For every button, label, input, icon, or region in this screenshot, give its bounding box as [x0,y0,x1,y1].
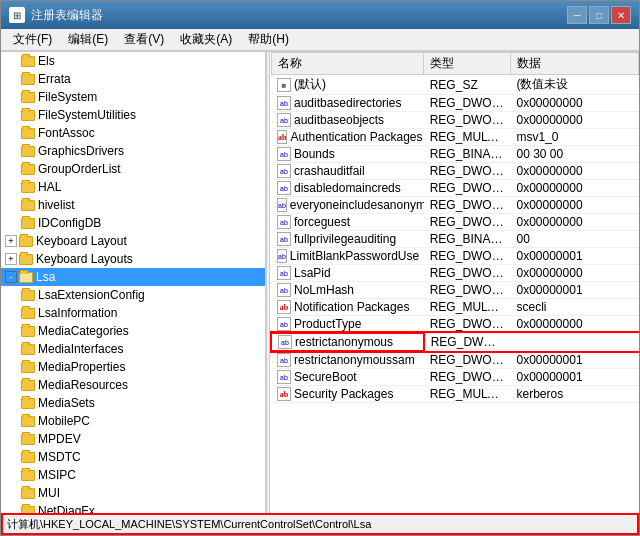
title-bar-left: ⊞ 注册表编辑器 [9,7,103,24]
cell-type: REG_DWORD [424,248,511,265]
table-row[interactable]: abeveryoneincludesanonymousREG_DWORD0x00… [271,197,639,214]
right-panel: 名称 类型 数据 ■(默认)REG_SZ(数值未设abauditbasedire… [270,52,639,513]
table-row[interactable]: abauditbasedirectoriesREG_DWORD0x0000000… [271,95,639,112]
folder-icon [21,416,35,427]
folder-icon [21,326,35,337]
cell-name: abBounds [271,146,424,163]
tree-item-keyboard-layout[interactable]: + Keyboard Layout [1,232,265,250]
tree-item-mediaproperties[interactable]: MediaProperties [1,358,265,376]
col-header-data: 数据 [510,53,638,75]
folder-icon [21,146,35,157]
maximize-button[interactable]: □ [589,6,609,24]
cell-data: 0x00000001 [510,351,638,369]
tree-item-mpdev[interactable]: MPDEV [1,430,265,448]
table-row[interactable]: abNoLmHashREG_DWORD0x00000001 [271,282,639,299]
tree-item-filesystemutilities[interactable]: FileSystemUtilities [1,106,265,124]
table-row[interactable]: abSecurity PackagesREG_MULTI_SZkerberos [271,386,639,403]
menu-file[interactable]: 文件(F) [5,29,60,50]
main-content: Els Errata FileSystem FileSystemUtilitie… [1,51,639,513]
tree-item-lsainformation[interactable]: LsaInformation [1,304,265,322]
table-row[interactable]: abProductTypeREG_DWORD0x00000000 [271,316,639,334]
cell-type: REG_DWORD [424,180,511,197]
table-row[interactable]: abfullprivilegeauditingREG_BINARY00 [271,231,639,248]
table-row[interactable]: ■(默认)REG_SZ(数值未设 [271,75,639,95]
cell-data: 0x00000000 [510,95,638,112]
tree-item-msipc[interactable]: MSIPC [1,466,265,484]
table-row[interactable]: abSecureBootREG_DWORD0x00000001 [271,369,639,386]
tree-item-filesystem[interactable]: FileSystem [1,88,265,106]
expand-icon[interactable]: - [5,271,17,283]
table-row[interactable]: abBoundsREG_BINARY00 30 00 [271,146,639,163]
cell-type: REG_MULTI_SZ [424,299,511,316]
cell-type: REG_DWORD [424,112,511,129]
cell-data: kerberos [510,386,638,403]
cell-data: 0x00000000 [510,163,638,180]
table-row[interactable]: abauditbaseobjectsREG_DWORD0x00000000 [271,112,639,129]
table-row[interactable]: abforceguestREG_DWORD0x00000000 [271,214,639,231]
tree-item-msdtc[interactable]: MSDTC [1,448,265,466]
tree-item-els[interactable]: Els [1,52,265,70]
table-row[interactable]: abrestrictanonymoussamREG_DWORD0x0000000… [271,351,639,369]
folder-icon [21,218,35,229]
cell-name: abfullprivilegeauditing [271,231,424,248]
left-tree-panel[interactable]: Els Errata FileSystem FileSystemUtilitie… [1,52,266,513]
cell-data: 0x00000000 [510,197,638,214]
close-button[interactable]: ✕ [611,6,631,24]
cell-data: msv1_0 [510,129,638,146]
tree-item-idconfigdb[interactable]: IDConfigDB [1,214,265,232]
tree-item-lsaextensionconfig[interactable]: LsaExtensionConfig [1,286,265,304]
expand-icon[interactable]: + [5,235,17,247]
folder-icon [19,236,33,247]
cell-data: scecli [510,299,638,316]
cell-type: REG_DWORD [424,333,511,351]
cell-data: (数值未设 [510,75,638,95]
tree-item-mui[interactable]: MUI [1,484,265,502]
table-row[interactable]: abLimitBlankPasswordUseREG_DWORD0x000000… [271,248,639,265]
registry-table-scroll[interactable]: 名称 类型 数据 ■(默认)REG_SZ(数值未设abauditbasedire… [270,52,639,513]
cell-type: REG_DWORD [424,316,511,334]
folder-icon [21,182,35,193]
folder-icon [21,380,35,391]
cell-type: REG_DWORD [424,369,511,386]
tree-item-lsa[interactable]: - Lsa [1,268,265,286]
menu-edit[interactable]: 编辑(E) [60,29,116,50]
table-row[interactable]: abrestrictanonymousREG_DWORD [271,333,639,351]
tree-item-mediainterfaces[interactable]: MediaInterfaces [1,340,265,358]
tree-item-mediacategories[interactable]: MediaCategories [1,322,265,340]
expand-icon[interactable]: + [5,253,17,265]
tree-item-mobilepc[interactable]: MobilePC [1,412,265,430]
table-row[interactable]: abAuthentication PackagesREG_MULTI_SZmsv… [271,129,639,146]
minimize-button[interactable]: ─ [567,6,587,24]
menu-help[interactable]: 帮助(H) [240,29,297,50]
table-row[interactable]: abcrashauditfailREG_DWORD0x00000000 [271,163,639,180]
menu-favorites[interactable]: 收藏夹(A) [172,29,240,50]
table-row[interactable]: abdisabledomaincredsREG_DWORD0x00000000 [271,180,639,197]
tree-item-hivelist[interactable]: hivelist [1,196,265,214]
folder-icon [21,308,35,319]
tree-item-keyboard-layouts[interactable]: + Keyboard Layouts [1,250,265,268]
cell-name: abauditbaseobjects [271,112,424,129]
tree-item-mediaresources[interactable]: MediaResources [1,376,265,394]
tree-item-grouporderlist[interactable]: GroupOrderList [1,160,265,178]
cell-name: abauditbasedirectories [271,95,424,112]
registry-editor-window: ⊞ 注册表编辑器 ─ □ ✕ 文件(F) 编辑(E) 查看(V) 收藏夹(A) … [0,0,640,536]
menu-view[interactable]: 查看(V) [116,29,172,50]
cell-name: abLsaPid [271,265,424,282]
cell-type: REG_DWORD [424,197,511,214]
folder-icon [21,290,35,301]
folder-icon [19,272,33,283]
table-row[interactable]: abNotification PackagesREG_MULTI_SZscecl… [271,299,639,316]
folder-icon [21,470,35,481]
cell-name: abrestrictanonymoussam [271,351,424,369]
status-text: 计算机\HKEY_LOCAL_MACHINE\SYSTEM\CurrentCon… [7,517,371,532]
tree-item-fontassoc[interactable]: FontAssoc [1,124,265,142]
tree-item-graphicsdrivers[interactable]: GraphicsDrivers [1,142,265,160]
tree-item-netdiagfx[interactable]: NetDiagFx [1,502,265,513]
table-row[interactable]: abLsaPidREG_DWORD0x00000000 [271,265,639,282]
cell-type: REG_BINARY [424,231,511,248]
tree-item-errata[interactable]: Errata [1,70,265,88]
tree-item-hal[interactable]: HAL [1,178,265,196]
folder-icon [21,200,35,211]
cell-data: 00 30 00 [510,146,638,163]
tree-item-mediasets[interactable]: MediaSets [1,394,265,412]
